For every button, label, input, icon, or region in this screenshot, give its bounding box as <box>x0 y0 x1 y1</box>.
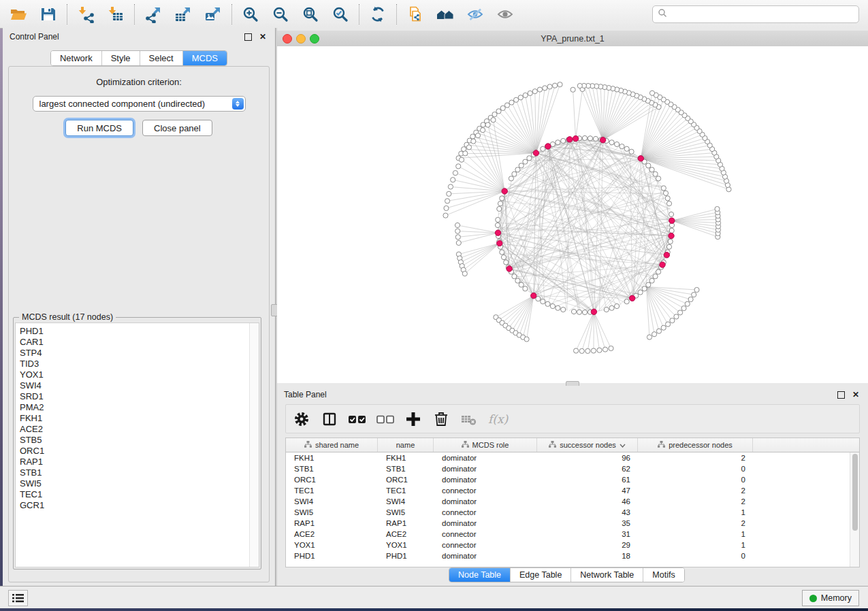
task-history-button[interactable] <box>8 590 28 606</box>
dominator-node[interactable] <box>669 233 674 238</box>
float-panel-icon[interactable] <box>242 31 253 42</box>
mcds-node-item[interactable]: FKH1 <box>16 413 259 424</box>
dominator-node[interactable] <box>630 295 635 301</box>
mcds-node-item[interactable]: GCR1 <box>16 500 259 511</box>
refresh-view-icon[interactable] <box>368 5 387 24</box>
column-header-MCDS-role[interactable]: MCDS role <box>434 438 537 452</box>
run-mcds-button[interactable]: Run MCDS <box>65 120 133 136</box>
mcds-node-item[interactable]: ACE2 <box>16 424 259 435</box>
mcds-list-scrollbar[interactable] <box>249 323 259 567</box>
dominator-node[interactable] <box>533 150 539 156</box>
mcds-node-item[interactable]: ORC1 <box>16 446 259 457</box>
mcds-node-item[interactable]: CAR1 <box>16 337 259 348</box>
close-panel-button[interactable]: Close panel <box>142 120 212 136</box>
mcds-node-item[interactable]: STB1 <box>16 467 259 478</box>
close-table-panel-icon[interactable]: ✕ <box>850 389 861 400</box>
hide-selected-icon[interactable] <box>466 5 485 24</box>
dominator-node[interactable] <box>531 293 536 298</box>
mcds-node-item[interactable]: STP4 <box>16 348 259 359</box>
dominator-node[interactable] <box>664 252 669 258</box>
search-input[interactable] <box>671 9 854 20</box>
column-header-predecessor-nodes[interactable]: predecessor nodes <box>638 438 753 452</box>
close-panel-icon[interactable]: ✕ <box>257 31 268 42</box>
tab-mcds[interactable]: MCDS <box>182 51 227 65</box>
mcds-result-list[interactable]: PHD1CAR1STP4TID3YOX1SWI4SRD1PMA2FKH1ACE2… <box>15 323 259 567</box>
table-row[interactable]: SWI4SWI4dominator462 <box>286 496 859 507</box>
tab-style[interactable]: Style <box>101 51 140 65</box>
mcds-node-item[interactable]: PHD1 <box>16 326 259 337</box>
select-all-icon[interactable] <box>349 410 366 429</box>
tab-motifs[interactable]: Motifs <box>643 568 684 582</box>
window-zoom-icon[interactable] <box>310 34 319 44</box>
column-header-name[interactable]: name <box>378 438 434 452</box>
dominator-node[interactable] <box>545 144 551 149</box>
dominator-node[interactable] <box>573 136 578 142</box>
column-layout-icon[interactable] <box>321 410 338 429</box>
float-table-panel-icon[interactable] <box>835 389 846 400</box>
mcds-node-item[interactable]: STB5 <box>16 435 259 446</box>
import-network-icon[interactable] <box>76 5 95 24</box>
mcds-node-item[interactable]: SWI4 <box>16 380 259 391</box>
open-file-icon[interactable] <box>9 5 28 24</box>
tab-network[interactable]: Network <box>51 51 101 65</box>
mcds-node-item[interactable]: YOX1 <box>16 369 259 380</box>
cell-name: PHD1 <box>378 552 434 560</box>
mcds-node-item[interactable]: PMA2 <box>16 402 259 413</box>
dominator-node[interactable] <box>495 230 500 235</box>
tab-node-table[interactable]: Node Table <box>449 568 510 582</box>
memory-button[interactable]: Memory <box>802 590 859 606</box>
dominator-node[interactable] <box>502 188 507 194</box>
zoom-out-icon[interactable] <box>271 5 290 24</box>
first-neighbors-icon[interactable] <box>436 5 455 24</box>
mcds-node-item[interactable]: SRD1 <box>16 391 259 402</box>
column-header-successor-nodes[interactable]: successor nodes <box>537 438 638 452</box>
dominator-node[interactable] <box>660 262 665 267</box>
copy-network-icon[interactable] <box>406 5 425 24</box>
save-session-icon[interactable] <box>39 5 58 24</box>
table-row[interactable]: PHD1PHD1dominator180 <box>286 550 859 561</box>
table-row[interactable]: STB1STB1dominator620 <box>286 463 859 474</box>
delete-column-icon[interactable] <box>432 410 450 429</box>
mcds-node-item[interactable]: TID3 <box>16 359 259 369</box>
optimization-criterion-select[interactable]: largest connected component (undirected) <box>33 96 246 112</box>
dominator-node[interactable] <box>507 266 512 271</box>
export-network-icon[interactable] <box>144 5 163 24</box>
table-row[interactable]: TEC1TEC1connector472 <box>286 485 859 496</box>
table-row[interactable]: SWI5SWI5connector431 <box>286 507 859 518</box>
column-header-shared-name[interactable]: shared name <box>286 438 378 452</box>
table-row[interactable]: FKH1FKH1dominator962 <box>286 452 859 463</box>
network-graph[interactable] <box>277 46 868 383</box>
dominator-node[interactable] <box>567 137 573 142</box>
node-table: shared namenameMCDS rolesuccessor nodesp… <box>285 437 860 567</box>
mcds-node-item[interactable]: SWI5 <box>16 478 259 489</box>
table-row[interactable]: ORC1ORC1dominator610 <box>286 474 859 485</box>
settings-gear-icon[interactable] <box>293 410 310 429</box>
mcds-node-item[interactable]: TEC1 <box>16 489 259 500</box>
zoom-fit-icon[interactable] <box>301 5 320 24</box>
dominator-node[interactable] <box>497 240 502 246</box>
add-column-icon[interactable] <box>404 410 422 429</box>
zoom-selected-icon[interactable] <box>331 5 350 24</box>
deselect-all-icon[interactable] <box>376 410 394 429</box>
tab-network-table[interactable]: Network Table <box>570 568 643 582</box>
tab-select[interactable]: Select <box>140 51 182 65</box>
dominator-node[interactable] <box>600 137 605 143</box>
table-row[interactable]: ACE2ACE2connector311 <box>286 529 859 540</box>
export-image-icon[interactable] <box>204 5 223 24</box>
window-close-icon[interactable] <box>283 34 292 44</box>
network-canvas[interactable] <box>277 46 868 383</box>
window-minimize-icon[interactable] <box>296 34 306 44</box>
table-scrollbar[interactable] <box>850 452 859 567</box>
zoom-in-icon[interactable] <box>241 5 260 24</box>
show-all-icon[interactable] <box>496 5 515 24</box>
dominator-node[interactable] <box>669 218 675 223</box>
dominator-node[interactable] <box>638 156 643 161</box>
import-table-icon[interactable] <box>106 5 125 24</box>
table-row[interactable]: RAP1RAP1dominator352 <box>286 518 859 529</box>
tab-edge-table[interactable]: Edge Table <box>510 568 570 582</box>
cell-MCDS-role: connector <box>434 508 537 516</box>
mcds-node-item[interactable]: RAP1 <box>16 457 259 467</box>
table-row[interactable]: YOX1YOX1connector291 <box>286 540 859 550</box>
export-table-icon[interactable] <box>174 5 193 24</box>
dominator-node[interactable] <box>591 309 596 314</box>
